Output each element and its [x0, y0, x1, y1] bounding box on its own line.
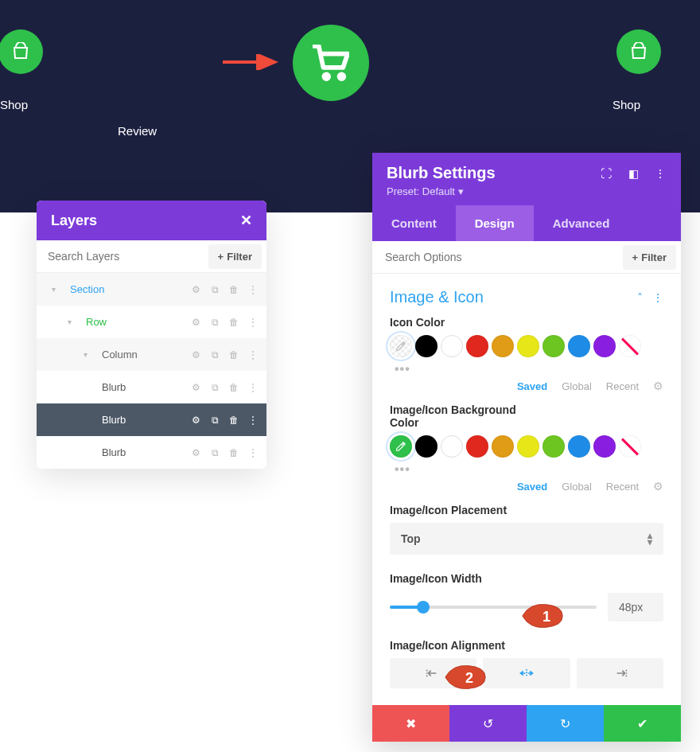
gear-icon[interactable]: ⚙: [653, 380, 663, 392]
layout-icon[interactable]: ◧: [627, 167, 640, 180]
chevron-down-icon[interactable]: ▾: [64, 318, 75, 326]
layer-label: Section: [64, 279, 185, 299]
swatch-yellow[interactable]: [517, 435, 539, 458]
layer-row-blurb[interactable]: Blurb ⚙⧉🗑⋮: [37, 436, 266, 469]
preset-dropdown[interactable]: Preset: Default ▾: [387, 185, 667, 197]
gear-icon[interactable]: ⚙: [190, 284, 201, 295]
plus-icon: +: [632, 251, 639, 263]
swatch-purple[interactable]: [593, 335, 616, 357]
swatch-more-icon[interactable]: •••: [395, 362, 663, 376]
swatch-saved-tab[interactable]: Saved: [517, 481, 547, 493]
swatch-selected-green[interactable]: [390, 435, 412, 458]
trash-icon[interactable]: 🗑: [228, 349, 239, 360]
cancel-button[interactable]: ✖: [372, 705, 449, 742]
swatch-black[interactable]: [415, 335, 438, 357]
undo-button[interactable]: ↺: [449, 705, 527, 742]
gear-icon[interactable]: ⚙: [653, 480, 663, 493]
chevron-down-icon[interactable]: ▾: [48, 285, 59, 294]
align-center-button[interactable]: [483, 658, 570, 688]
close-icon[interactable]: ✕: [240, 212, 252, 229]
save-button[interactable]: ✔: [604, 705, 681, 742]
section-header[interactable]: Image & Icon ˄⋮: [390, 288, 663, 306]
swatch-green[interactable]: [542, 335, 565, 357]
width-value-input[interactable]: 48px: [608, 593, 663, 621]
duplicate-icon[interactable]: ⧉: [209, 317, 220, 328]
more-icon[interactable]: ⋮: [247, 349, 259, 360]
alignment-row: [390, 658, 663, 688]
swatch-red[interactable]: [466, 435, 488, 458]
slider-thumb[interactable]: [417, 601, 430, 614]
swatch-global-tab[interactable]: Global: [562, 481, 592, 493]
layer-row-column[interactable]: ▾ Column ⚙⧉🗑⋮: [37, 338, 266, 371]
align-left-button[interactable]: [390, 658, 476, 688]
align-right-button[interactable]: [577, 658, 663, 688]
chevron-up-icon[interactable]: ˄: [637, 291, 643, 304]
trash-icon[interactable]: 🗑: [228, 447, 239, 458]
swatch-none[interactable]: [619, 435, 641, 458]
tab-content[interactable]: Content: [372, 205, 456, 241]
width-slider[interactable]: [390, 606, 597, 609]
tab-design[interactable]: Design: [456, 205, 534, 241]
trash-icon[interactable]: 🗑: [228, 284, 239, 295]
settings-filter-button[interactable]: +Filter: [623, 245, 676, 270]
settings-header: Blurb Settings ⛶ ◧ ⋮ Preset: Default ▾: [372, 153, 681, 205]
tab-advanced[interactable]: Advanced: [534, 205, 629, 241]
chevron-down-icon[interactable]: ▾: [80, 350, 91, 359]
more-icon[interactable]: ⋮: [247, 382, 259, 393]
settings-tabs: Content Design Advanced: [372, 205, 681, 241]
settings-search-input[interactable]: [372, 241, 623, 273]
duplicate-icon[interactable]: ⧉: [209, 382, 220, 393]
swatch-recent-tab[interactable]: Recent: [606, 380, 639, 392]
more-icon[interactable]: ⋮: [654, 167, 667, 180]
duplicate-icon[interactable]: ⧉: [209, 415, 220, 426]
swatch-yellow[interactable]: [517, 335, 539, 357]
swatch-purple[interactable]: [593, 435, 616, 458]
swatch-blue[interactable]: [568, 435, 590, 458]
settings-panel: Blurb Settings ⛶ ◧ ⋮ Preset: Default ▾ C…: [372, 153, 681, 742]
gear-icon[interactable]: ⚙: [190, 317, 201, 328]
swatch-recent-tab[interactable]: Recent: [606, 481, 639, 493]
duplicate-icon[interactable]: ⧉: [209, 447, 220, 458]
gear-icon[interactable]: ⚙: [190, 349, 201, 360]
expand-icon[interactable]: ⛶: [600, 167, 612, 180]
more-icon[interactable]: ⋮: [247, 415, 259, 426]
swatch-more-icon[interactable]: •••: [395, 462, 663, 477]
swatch-none[interactable]: [619, 335, 641, 357]
swatch-saved-tab[interactable]: Saved: [517, 380, 547, 392]
trash-icon[interactable]: 🗑: [228, 382, 239, 393]
layers-search-input[interactable]: [37, 240, 208, 272]
swatch-selected-transparent[interactable]: [390, 335, 412, 357]
swatch-white[interactable]: [441, 335, 463, 357]
swatch-orange[interactable]: [492, 335, 514, 357]
gear-icon[interactable]: ⚙: [190, 382, 201, 393]
swatch-white[interactable]: [441, 435, 463, 458]
more-icon[interactable]: ⋮: [247, 317, 259, 328]
layer-row-blurb[interactable]: Blurb ⚙⧉🗑⋮: [37, 371, 266, 403]
svg-point-1: [340, 74, 344, 79]
swatch-green[interactable]: [542, 435, 565, 458]
bg-color-swatches: [390, 435, 663, 458]
layer-row-blurb-active[interactable]: Blurb ⚙⧉🗑⋮: [37, 403, 266, 436]
more-icon[interactable]: ⋮: [247, 284, 259, 295]
placement-select[interactable]: Top ▴▾: [390, 523, 663, 555]
swatch-black[interactable]: [415, 435, 438, 458]
duplicate-icon[interactable]: ⧉: [209, 349, 220, 360]
redo-button[interactable]: ↻: [527, 705, 604, 742]
layer-row-section[interactable]: ▾ Section ⚙⧉🗑⋮: [37, 273, 266, 306]
icon-color-swatches: [390, 335, 663, 357]
svg-point-0: [324, 74, 329, 79]
layer-row-row[interactable]: ▾ Row ⚙⧉🗑⋮: [37, 306, 266, 338]
swatch-blue[interactable]: [568, 335, 590, 357]
more-icon[interactable]: ⋮: [247, 447, 259, 458]
swatch-global-tab[interactable]: Global: [562, 380, 592, 392]
layers-filter-button[interactable]: +Filter: [208, 244, 262, 269]
trash-icon[interactable]: 🗑: [228, 415, 239, 426]
swatch-orange[interactable]: [492, 435, 514, 458]
gear-icon[interactable]: ⚙: [190, 415, 201, 426]
gear-icon[interactable]: ⚙: [190, 447, 201, 458]
placement-label: Image/Icon Placement: [390, 504, 663, 516]
duplicate-icon[interactable]: ⧉: [209, 284, 220, 295]
more-icon[interactable]: ⋮: [652, 291, 663, 304]
swatch-red[interactable]: [466, 335, 488, 357]
trash-icon[interactable]: 🗑: [228, 317, 239, 328]
